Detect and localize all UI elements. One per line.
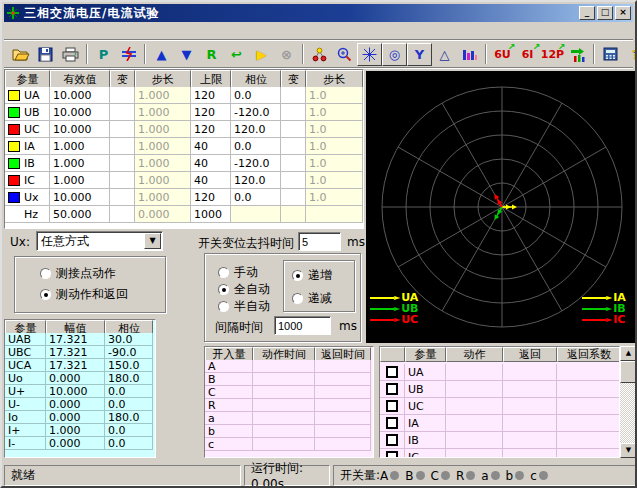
limit-cell[interactable]: 120: [191, 189, 231, 206]
rms-value-cell[interactable]: 10.000: [50, 104, 110, 121]
run-test-button[interactable]: ▶: [249, 43, 274, 66]
vary-cell[interactable]: [110, 206, 135, 223]
twelve-phase-button[interactable]: 12P ↗: [540, 43, 565, 66]
radio-icon[interactable]: [292, 293, 303, 304]
scroll-down-icon[interactable]: ▼: [620, 443, 637, 458]
radio-icon[interactable]: [40, 268, 51, 279]
vary-cell[interactable]: [281, 138, 306, 155]
minimize-button[interactable]: _: [579, 6, 595, 20]
save-button[interactable]: [33, 43, 58, 66]
six-current-button[interactable]: 6I ↗: [515, 43, 540, 66]
radio-icon[interactable]: [218, 301, 229, 312]
vector-view-button[interactable]: [307, 43, 332, 66]
step-down-button[interactable]: ▼: [174, 43, 199, 66]
step-cell[interactable]: 1.000: [135, 189, 191, 206]
chevron-down-icon[interactable]: ▼: [144, 233, 161, 249]
menu-item[interactable]: [20, 29, 36, 33]
radio-increase[interactable]: 递增: [292, 267, 332, 284]
scrollbar-thumb[interactable]: [620, 361, 637, 383]
radio-icon[interactable]: [40, 289, 51, 300]
step-cell[interactable]: 1.000: [135, 87, 191, 104]
step-cell[interactable]: 1.0: [306, 172, 363, 189]
wye-connection-button[interactable]: Y: [407, 43, 432, 66]
rms-value-cell[interactable]: 10.000: [50, 87, 110, 104]
step-cell[interactable]: 1.0: [306, 87, 363, 104]
row-checkbox[interactable]: [386, 366, 398, 378]
step-cell[interactable]: 0.000: [135, 206, 191, 223]
menu-item[interactable]: [4, 29, 20, 33]
radio-full-auto[interactable]: 全自动: [218, 281, 270, 298]
vary-cell[interactable]: [281, 87, 306, 104]
phase-cell[interactable]: 120.0: [231, 121, 281, 138]
close-button[interactable]: ×: [615, 6, 631, 20]
limit-cell[interactable]: 40: [191, 138, 231, 155]
circles-view-button[interactable]: ◎: [382, 43, 407, 66]
limit-cell[interactable]: 120: [191, 121, 231, 138]
step-cell[interactable]: 1.0: [306, 138, 363, 155]
phase-cell[interactable]: 120.0: [231, 172, 281, 189]
rms-value-cell[interactable]: 10.000: [50, 189, 110, 206]
parameter-settings-button[interactable]: P: [91, 43, 116, 66]
six-voltage-button[interactable]: 6U ↗: [490, 43, 515, 66]
step-cell[interactable]: 1.0: [306, 104, 363, 121]
vary-cell[interactable]: [110, 104, 135, 121]
vary-cell[interactable]: [281, 121, 306, 138]
scroll-up-icon[interactable]: ▲: [620, 346, 637, 361]
help-button[interactable]: ?: [623, 43, 637, 66]
rms-value-cell[interactable]: 1.000: [50, 138, 110, 155]
menu-item[interactable]: [36, 29, 52, 33]
radio-contact-action[interactable]: 测接点动作: [40, 265, 116, 282]
vary-cell[interactable]: [110, 138, 135, 155]
phase-cell[interactable]: -120.0: [231, 155, 281, 172]
print-button[interactable]: [58, 43, 83, 66]
limit-cell[interactable]: 120: [191, 87, 231, 104]
calculator-button[interactable]: [598, 43, 623, 66]
row-checkbox[interactable]: [386, 451, 398, 458]
menu-item[interactable]: [52, 29, 68, 33]
vary-cell[interactable]: [110, 87, 135, 104]
radio-action-and-return[interactable]: 测动作和返回: [40, 286, 128, 303]
step-cell[interactable]: 1.000: [135, 121, 191, 138]
interval-input[interactable]: [274, 316, 331, 335]
ux-mode-select[interactable]: 任意方式 ▼: [36, 231, 163, 251]
vary-cell[interactable]: [281, 155, 306, 172]
vary-cell[interactable]: [110, 155, 135, 172]
row-checkbox[interactable]: [386, 434, 398, 446]
radio-decrease[interactable]: 递减: [292, 290, 332, 307]
phase-cell[interactable]: -120.0: [231, 104, 281, 121]
step-up-button[interactable]: ▲: [149, 43, 174, 66]
row-checkbox[interactable]: [386, 400, 398, 412]
vertical-scrollbar[interactable]: ▲ ▼: [620, 346, 637, 458]
maximize-button[interactable]: □: [597, 6, 613, 20]
debounce-input[interactable]: [298, 232, 341, 251]
vary-cell[interactable]: [281, 104, 306, 121]
vary-cell[interactable]: [110, 172, 135, 189]
vary-cell[interactable]: [110, 189, 135, 206]
step-cell[interactable]: 1.000: [135, 155, 191, 172]
vary-cell[interactable]: [110, 121, 135, 138]
rays-view-button[interactable]: [357, 43, 382, 66]
radio-icon[interactable]: [218, 284, 229, 295]
row-checkbox[interactable]: [386, 417, 398, 429]
row-checkbox[interactable]: [386, 383, 398, 395]
step-cell[interactable]: 1.000: [135, 138, 191, 155]
vary-cell[interactable]: [281, 189, 306, 206]
limit-cell[interactable]: 40: [191, 155, 231, 172]
radio-manual[interactable]: 手动: [218, 264, 258, 281]
phase-cell[interactable]: 0.0: [231, 189, 281, 206]
limit-cell[interactable]: 40: [191, 172, 231, 189]
vary-cell[interactable]: [281, 206, 306, 223]
rms-value-cell[interactable]: 1.000: [50, 172, 110, 189]
histogram-view-button[interactable]: [457, 43, 482, 66]
step-cell[interactable]: 1.0: [306, 121, 363, 138]
radio-semi-auto[interactable]: 半自动: [218, 298, 270, 315]
reset-button[interactable]: R: [199, 43, 224, 66]
limit-cell[interactable]: 120: [191, 104, 231, 121]
rms-value-cell[interactable]: 50.000: [50, 206, 110, 223]
step-cell[interactable]: [306, 206, 363, 223]
radio-icon[interactable]: [218, 267, 229, 278]
step-cell[interactable]: 1.000: [135, 104, 191, 121]
undo-button[interactable]: ↩: [224, 43, 249, 66]
radio-icon[interactable]: [292, 270, 303, 281]
phase-cell[interactable]: [231, 206, 281, 223]
